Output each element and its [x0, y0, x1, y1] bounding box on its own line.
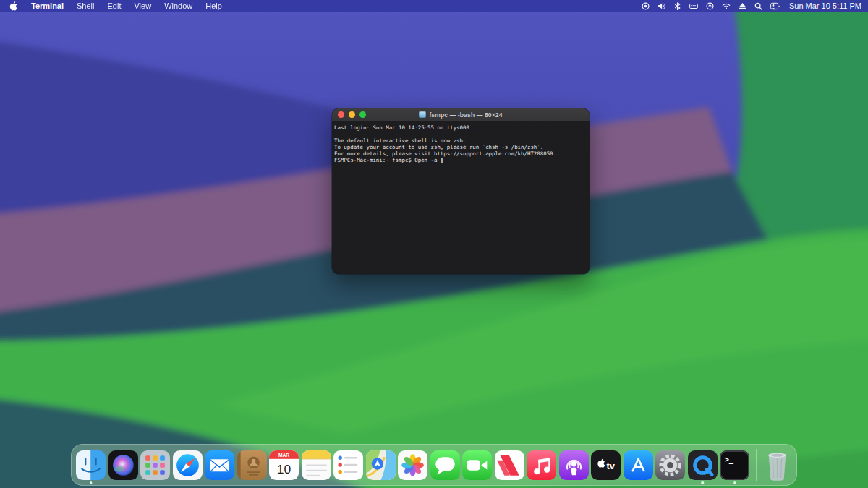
time-machine-icon[interactable]: [706, 2, 714, 10]
finder-icon: [76, 450, 106, 480]
dock-item-siri[interactable]: [109, 450, 138, 480]
dock-item-reminders[interactable]: [333, 450, 363, 480]
system-settings-icon: [655, 450, 685, 480]
dock-item-photos[interactable]: [398, 450, 427, 480]
dock-item-system-settings[interactable]: [655, 450, 685, 480]
trash-icon: [762, 448, 792, 482]
reminders-icon: [333, 450, 363, 480]
dock-item-facetime[interactable]: [462, 450, 492, 480]
menu-help[interactable]: Help: [199, 0, 229, 12]
menu-app-name[interactable]: Terminal: [25, 0, 70, 12]
terminal-prompt: FSMPCs-Mac-mini:~ fsmpc$ Open -a: [334, 157, 441, 163]
terminal-line: [334, 131, 587, 137]
eject-icon[interactable]: [739, 2, 746, 10]
podcasts-icon: [559, 450, 589, 480]
terminal-glyph-label: >_: [725, 455, 734, 464]
apple-tv-label: tv: [607, 461, 616, 471]
dock-item-terminal[interactable]: >_: [720, 450, 749, 480]
running-indicator: [701, 481, 704, 484]
menu-clock[interactable]: Sun Mar 10 5:11 PM: [789, 1, 861, 10]
minimize-button[interactable]: [349, 111, 355, 118]
safari-icon: [173, 450, 203, 480]
terminal-titlebar[interactable]: fsmpc — -bash — 80×24: [332, 108, 590, 121]
terminal-line: For more details, please visit https://s…: [334, 150, 587, 157]
siri-icon: [109, 450, 138, 480]
dock-item-finder[interactable]: [76, 450, 106, 480]
fast-user-switching-icon[interactable]: [770, 2, 780, 10]
terminal-dock-icon: >_: [720, 450, 749, 480]
music-icon: [527, 450, 556, 480]
mail-icon: [205, 450, 234, 480]
photos-icon: [398, 450, 427, 480]
volume-icon[interactable]: [658, 2, 665, 10]
spotlight-search-icon[interactable]: [754, 2, 762, 10]
menu-bar: Terminal Shell Edit View Window Help: [0, 0, 868, 12]
contacts-icon: [237, 450, 267, 480]
keyboard-input-icon[interactable]: [689, 2, 698, 10]
running-indicator: [733, 481, 736, 484]
running-indicator: [90, 481, 93, 484]
bluetooth-icon[interactable]: [673, 2, 681, 10]
dock-item-quicktime[interactable]: [688, 450, 718, 480]
screen-recording-icon[interactable]: [642, 2, 650, 10]
dock-item-safari[interactable]: [173, 450, 203, 480]
dock-item-mail[interactable]: [205, 450, 234, 480]
notes-icon: [302, 450, 331, 480]
news-icon: [495, 450, 524, 480]
dock-item-trash[interactable]: [762, 448, 792, 481]
messages-icon: [430, 450, 460, 480]
apple-menu-icon[interactable]: [9, 1, 17, 11]
menu-shell[interactable]: Shell: [70, 0, 101, 12]
window-title: fsmpc — -bash — 80×24: [429, 111, 502, 119]
quicktime-icon: [688, 450, 718, 480]
dock-item-podcasts[interactable]: [559, 450, 589, 480]
terminal-proxy-icon: [419, 111, 426, 118]
dock-item-news[interactable]: [495, 450, 524, 480]
terminal-cursor: [441, 158, 443, 163]
dock: MAR10: [71, 444, 797, 486]
launchpad-icon: [140, 450, 170, 480]
close-button[interactable]: [338, 111, 344, 118]
terminal-line: Last login: Sun Mar 10 14:25:55 on ttys0…: [334, 124, 587, 131]
app-store-icon: [624, 450, 653, 480]
terminal-window: fsmpc — -bash — 80×24 Last login: Sun Ma…: [332, 108, 590, 274]
dock-separator: [756, 449, 757, 481]
dock-item-contacts[interactable]: [237, 450, 267, 480]
calendar-month-label: MAR: [278, 452, 289, 457]
terminal-prompt-line: FSMPCs-Mac-mini:~ fsmpc$ Open -a: [334, 157, 587, 163]
menu-edit[interactable]: Edit: [101, 0, 128, 12]
dock-item-notes[interactable]: [302, 450, 331, 480]
dock-item-music[interactable]: [527, 450, 556, 480]
maps-icon: [366, 450, 396, 480]
dock-item-app-store[interactable]: [624, 450, 653, 480]
menu-window[interactable]: Window: [158, 0, 199, 12]
menu-view[interactable]: View: [127, 0, 158, 12]
facetime-icon: [462, 450, 492, 480]
apple-tv-icon: tv: [591, 450, 621, 480]
calendar-icon: MAR10: [269, 450, 299, 480]
zoom-button[interactable]: [359, 111, 366, 118]
dock-item-launchpad[interactable]: [140, 450, 170, 480]
dock-item-apple-tv[interactable]: tv: [591, 450, 621, 480]
dock-item-calendar[interactable]: MAR10: [269, 450, 299, 480]
dock-item-maps[interactable]: [366, 450, 396, 480]
terminal-content[interactable]: Last login: Sun Mar 10 14:25:55 on ttys0…: [332, 121, 590, 167]
terminal-line: To update your account to use zsh, pleas…: [334, 144, 587, 150]
calendar-day-label: 10: [277, 462, 291, 476]
dock-item-messages[interactable]: [430, 450, 460, 480]
wifi-icon[interactable]: [722, 2, 731, 10]
terminal-line: The default interactive shell is now zsh…: [334, 137, 587, 144]
